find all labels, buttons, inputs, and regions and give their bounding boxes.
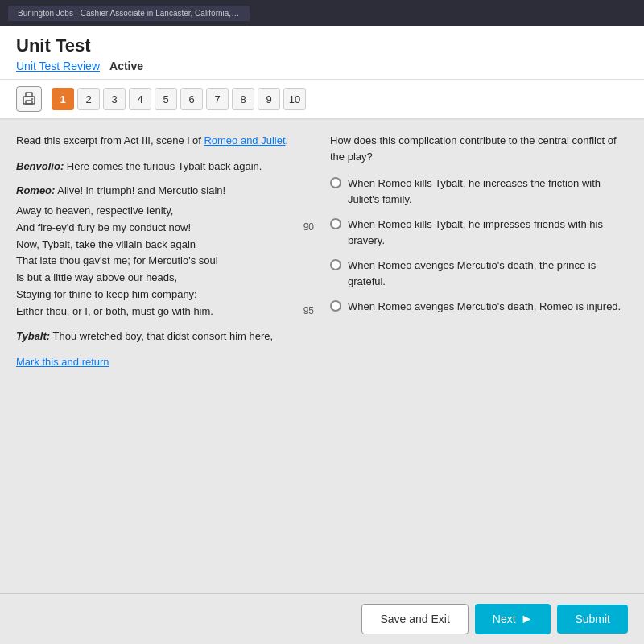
excerpt-intro-prefix: Read this excerpt from Act III, scene i …	[16, 134, 204, 147]
page-btn-5[interactable]: 5	[155, 88, 177, 110]
speaker-romeo: Romeo:	[16, 184, 55, 196]
radio-c[interactable]	[330, 259, 341, 270]
radio-a[interactable]	[330, 177, 341, 188]
answer-option-d[interactable]: When Romeo avenges Mercutio's death, Rom…	[330, 299, 628, 315]
svg-rect-2	[26, 101, 32, 104]
excerpt-line-7: Either thou, or I, or both, must go with…	[16, 303, 314, 320]
speaker-benvolio: Benvolio:	[16, 160, 64, 172]
speaker-tybalt: Tybalt:	[16, 330, 50, 342]
active-badge: Active	[109, 60, 143, 72]
excerpt-text: Benvolio: Here comes the furious Tybalt …	[16, 159, 314, 345]
svg-point-3	[31, 98, 33, 100]
browser-chrome: Burlington Jobs - Cashier Associate in L…	[0, 0, 644, 26]
answer-text-d: When Romeo avenges Mercutio's death, Rom…	[348, 299, 621, 315]
main-content: Unit Test Unit Test Review Active 1 2 3 …	[0, 26, 644, 644]
radio-d[interactable]	[330, 300, 341, 312]
answer-text-c: When Romeo avenges Mercutio's death, the…	[348, 258, 628, 289]
answer-text-a: When Romeo kills Tybalt, he increases th…	[348, 175, 628, 207]
question-text: How does this complication contribute to…	[330, 133, 628, 164]
page-btn-3[interactable]: 3	[103, 88, 126, 110]
excerpt-line-tybalt: Tybalt: Thou wretched boy, that didst co…	[16, 328, 314, 345]
answer-option-c[interactable]: When Romeo avenges Mercutio's death, the…	[330, 258, 628, 289]
excerpt-intro: Read this excerpt from Act III, scene i …	[16, 133, 314, 149]
svg-rect-1	[26, 93, 32, 97]
question-area: Read this excerpt from Act III, scene i …	[0, 120, 644, 593]
right-column: How does this complication contribute to…	[330, 133, 628, 580]
header: Unit Test Unit Test Review Active	[0, 26, 644, 80]
bottom-buttons: Save and Exit Next ► Submit	[361, 604, 628, 634]
breadcrumb-link[interactable]: Unit Test Review	[16, 60, 100, 72]
excerpt-line-3: Now, Tybalt, take the villain back again	[16, 237, 314, 254]
answer-option-b[interactable]: When Romeo kills Tybalt, he impresses fr…	[330, 217, 628, 248]
excerpt-line-benvolio: Benvolio: Here comes the furious Tybalt …	[16, 159, 314, 175]
mark-return-link[interactable]: Mark this and return	[16, 354, 109, 370]
excerpt-line-5: Is but a little way above our heads,	[16, 270, 314, 287]
line-tybalt-text: Thou wretched boy, that didst consort hi…	[53, 330, 274, 342]
excerpt-line-romeo: Romeo: Alive! in triumph! and Mercutio s…	[16, 183, 314, 200]
line-romeo-text: Alive! in triumph! and Mercutio slain!	[57, 184, 225, 196]
next-arrow-icon: ►	[521, 612, 534, 626]
tab-label: Burlington Jobs - Cashier Associate in L…	[18, 9, 250, 18]
page-btn-4[interactable]: 4	[129, 88, 151, 110]
page-btn-8[interactable]: 8	[232, 88, 254, 110]
left-column: Read this excerpt from Act III, scene i …	[16, 133, 314, 580]
page-title: Unit Test	[16, 35, 628, 56]
page-btn-6[interactable]: 6	[180, 88, 203, 110]
excerpt-line-1: Away to heaven, respective lenity,	[16, 203, 314, 220]
excerpt-line-2: And fire-ey'd fury be my conduct now! 90	[16, 220, 314, 237]
submit-button[interactable]: Submit	[557, 605, 628, 634]
save-exit-button[interactable]: Save and Exit	[361, 604, 468, 634]
next-label: Next	[493, 613, 516, 625]
breadcrumb-row: Unit Test Review Active	[16, 60, 628, 72]
page-btn-7[interactable]: 7	[206, 88, 229, 110]
next-button[interactable]: Next ►	[475, 604, 551, 634]
pagination-row: 1 2 3 4 5 6 7 8 9 10	[0, 80, 644, 120]
page-btn-9[interactable]: 9	[258, 88, 280, 110]
answer-option-a[interactable]: When Romeo kills Tybalt, he increases th…	[330, 175, 628, 207]
excerpt-line-6: Staying for thine to keep him company:	[16, 287, 314, 303]
excerpt-link[interactable]: Romeo and Juliet	[204, 134, 285, 147]
page-btn-10[interactable]: 10	[283, 88, 306, 110]
page-btn-2[interactable]: 2	[77, 88, 100, 110]
browser-tab[interactable]: Burlington Jobs - Cashier Associate in L…	[8, 6, 250, 21]
radio-b[interactable]	[330, 218, 341, 229]
page-btn-1[interactable]: 1	[52, 88, 74, 110]
excerpt-intro-suffix: .	[286, 134, 289, 147]
print-button[interactable]	[16, 86, 42, 112]
line-benvolio-text: Here comes the furious Tybalt back again…	[67, 160, 262, 172]
answer-text-b: When Romeo kills Tybalt, he impresses fr…	[348, 217, 628, 248]
excerpt-line-4: That late thou gav'st me; for Mercutio's…	[16, 253, 314, 270]
bottom-bar: Save and Exit Next ► Submit	[0, 593, 644, 644]
